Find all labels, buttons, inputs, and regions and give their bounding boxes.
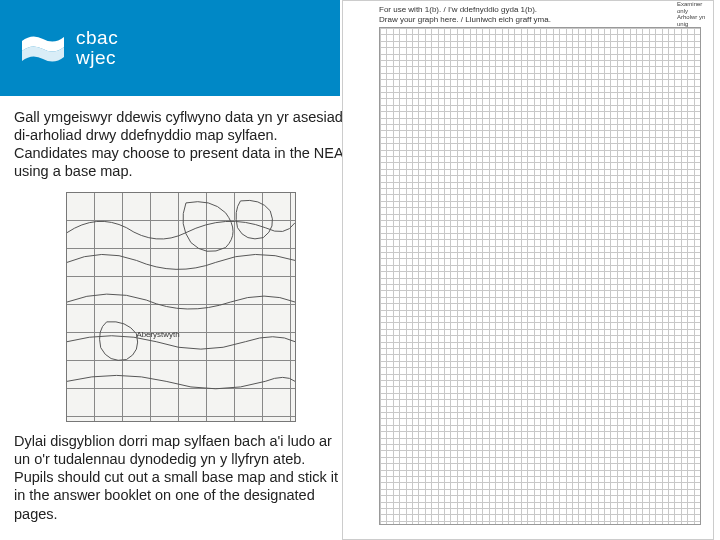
brand-text: cbac wjec xyxy=(76,28,118,68)
intro-text-block: Gall ymgeiswyr ddewis cyflwyno data yn y… xyxy=(14,108,344,181)
brand-header: cbac wjec xyxy=(0,0,340,96)
intro-welsh: Gall ymgeiswyr ddewis cyflwyno data yn y… xyxy=(14,108,344,144)
map-label-icon: Aberystwyth xyxy=(136,330,179,339)
instruction-text-block: Dylai disgyblion dorri map sylfaen bach … xyxy=(14,432,344,523)
graph-heading-line2: Draw your graph here. / Lluniwch eich gr… xyxy=(379,15,551,25)
contour-lines-icon: Aberystwyth xyxy=(67,193,295,421)
graph-grid-area xyxy=(379,27,701,525)
brand-line2: wjec xyxy=(76,48,118,68)
basemap-figure: Aberystwyth xyxy=(66,192,296,422)
intro-english: Candidates may choose to present data in… xyxy=(14,144,344,180)
brand-line1: cbac xyxy=(76,28,118,48)
graph-heading: For use with 1(b). / I'w ddefnyddio gyda… xyxy=(379,5,551,24)
map-grid: Aberystwyth xyxy=(66,192,296,422)
graph-heading-line1: For use with 1(b). / I'w ddefnyddio gyda… xyxy=(379,5,551,15)
examiner-sidenote: Examiner only Arholwr yn unig xyxy=(677,1,709,27)
graph-paper-panel: For use with 1(b). / I'w ddefnyddio gyda… xyxy=(342,0,714,540)
instruction-english: Pupils should cut out a small base map a… xyxy=(14,468,344,522)
brand-logo: cbac wjec xyxy=(20,25,118,71)
instruction-welsh: Dylai disgyblion dorri map sylfaen bach … xyxy=(14,432,344,468)
book-wave-icon xyxy=(20,25,66,71)
